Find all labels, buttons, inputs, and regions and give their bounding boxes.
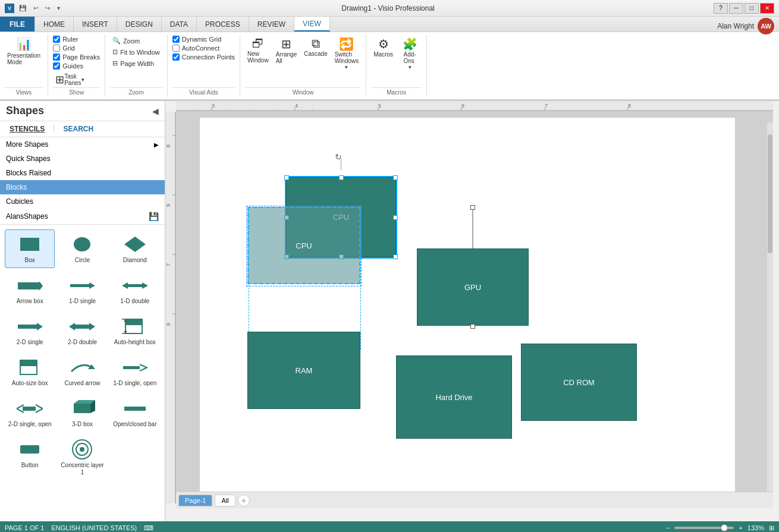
cubicles-section[interactable]: Cubicles	[0, 194, 165, 209]
shape-1d-double[interactable]: 1-D double	[110, 270, 160, 309]
dynamic-grid-checkbox[interactable]	[172, 36, 180, 43]
arrange-all-button[interactable]: ⊞ ArrangeAll	[274, 36, 300, 71]
rotate-handle[interactable]: ↻	[335, 152, 342, 162]
shape-diamond[interactable]: Diamond	[110, 229, 160, 268]
switch-windows-button[interactable]: 🔁 SwitchWindows ▾	[332, 36, 362, 71]
page-breaks-checkbox-row[interactable]: Page Breaks	[53, 53, 100, 61]
dynamic-grid-checkbox-row[interactable]: Dynamic Grid	[172, 36, 235, 43]
drawing-surface[interactable]: ↻ CPU CPU	[200, 118, 735, 498]
guides-checkbox[interactable]	[53, 62, 60, 70]
tab-insert[interactable]: INSERT	[74, 17, 117, 32]
shape-auto-size[interactable]: Auto-size box	[5, 352, 55, 391]
shape-curved-arrow[interactable]: Curved arrow	[57, 352, 107, 391]
svg-marker-11	[37, 323, 43, 330]
shape-box[interactable]: Box	[5, 229, 55, 268]
hard-drive-shape[interactable]: Hard Drive	[396, 355, 512, 439]
macros-button[interactable]: ⚙ Macros	[371, 36, 395, 71]
presentation-mode-button[interactable]: 📊 PresentationMode	[5, 36, 43, 87]
shape-1d-single[interactable]: 1-D single	[57, 270, 107, 309]
canvas-content[interactable]: ↻ CPU CPU	[176, 112, 773, 503]
window-controls[interactable]: ? ─ □ ✕	[714, 3, 774, 14]
undo-icon[interactable]: ↩	[31, 4, 40, 12]
handle-tl[interactable]	[284, 175, 289, 180]
keyboard-icon[interactable]: ⌨	[144, 524, 153, 532]
search-tab[interactable]: SEARCH	[59, 124, 97, 134]
tab-design[interactable]: DESIGN	[117, 17, 162, 32]
tab-data[interactable]: DATA	[162, 17, 197, 32]
zoom-out-button[interactable]: −	[666, 524, 670, 531]
macros-group-label: Macros	[371, 87, 422, 96]
add-ons-button[interactable]: 🧩 Add-Ons ▾	[398, 36, 422, 71]
handle-br[interactable]	[393, 254, 398, 259]
shape-concentric[interactable]: Concentric layer 1	[57, 435, 107, 480]
page-width-button[interactable]: ⊟ Page Width	[110, 58, 162, 68]
quick-save-icon[interactable]: 💾	[17, 4, 29, 12]
cpu-ghost-shape[interactable]: CPU	[247, 207, 360, 284]
blocks-section[interactable]: Blocks	[0, 180, 165, 194]
shape-circle[interactable]: Circle	[57, 229, 107, 268]
all-tab[interactable]: All	[215, 495, 235, 506]
shape-2d-single[interactable]: 2-D single	[5, 311, 55, 350]
fit-page-button[interactable]: ⊞	[769, 524, 774, 532]
cd-rom-shape[interactable]: CD ROM	[521, 344, 637, 421]
grid-checkbox[interactable]	[53, 45, 60, 52]
canvas-area[interactable]: 3 4 5 6 7 8	[165, 101, 779, 521]
zoom-slider[interactable]	[674, 527, 734, 529]
shape-open-closed-bar[interactable]: Open/closed bar	[110, 394, 160, 432]
shape-3d-box[interactable]: 3-D box	[57, 394, 107, 432]
connection-points-checkbox-row[interactable]: Connection Points	[172, 53, 235, 61]
handle-tm[interactable]	[339, 175, 344, 180]
handle-tr[interactable]	[393, 175, 398, 180]
redo-icon[interactable]: ↪	[43, 4, 52, 12]
page-info: PAGE 1 OF 1	[5, 524, 44, 532]
autoconnect-checkbox[interactable]	[172, 45, 180, 52]
ruler-checkbox-row[interactable]: Ruler	[53, 36, 100, 43]
close-button[interactable]: ✕	[760, 3, 774, 14]
zoom-slider-thumb[interactable]	[721, 524, 728, 531]
gpu-conn-top[interactable]	[470, 205, 475, 210]
guides-checkbox-row[interactable]: Guides	[53, 62, 100, 70]
new-window-button[interactable]: 🗗 NewWindow	[245, 36, 271, 71]
add-page-button[interactable]: +	[238, 495, 250, 506]
handle-mr[interactable]	[393, 215, 398, 220]
alans-shapes-section[interactable]: AlansShapes 💾	[0, 209, 165, 224]
cascade-button[interactable]: ⧉ Cascade	[301, 36, 329, 71]
vertical-scrollbar[interactable]	[767, 122, 773, 495]
connection-points-checkbox[interactable]	[172, 53, 180, 61]
shape-2d-double[interactable]: 2-D double	[57, 311, 107, 350]
stencils-tab[interactable]: STENCILS	[6, 124, 48, 134]
dropdown-arrow-icon[interactable]: ▾	[55, 4, 62, 12]
fit-to-window-button[interactable]: ⊡ Fit to Window	[110, 47, 162, 57]
tab-home[interactable]: HOME	[35, 17, 74, 32]
restore-button[interactable]: □	[745, 3, 759, 14]
quick-shapes-section[interactable]: Quick Shapes	[0, 152, 165, 166]
vscroll-thumb[interactable]	[768, 134, 772, 253]
tab-file[interactable]: FILE	[0, 17, 35, 32]
zoom-button[interactable]: 🔍 Zoom	[110, 36, 162, 46]
tab-view[interactable]: VIEW	[294, 17, 330, 32]
shape-2d-single-open[interactable]: 2-D single, open	[5, 394, 55, 432]
more-shapes-section[interactable]: More Shapes ▶	[0, 137, 165, 152]
shape-arrow-box[interactable]: Arrow box	[5, 270, 55, 309]
2d-single-open-label: 2-D single, open	[8, 421, 52, 428]
minimize-button[interactable]: ─	[729, 3, 743, 14]
autoconnect-checkbox-row[interactable]: AutoConnect	[172, 45, 235, 52]
gpu-shape[interactable]: GPU	[417, 248, 529, 326]
page-1-tab[interactable]: Page-1	[178, 495, 212, 506]
help-button[interactable]: ?	[714, 3, 728, 14]
grid-checkbox-row[interactable]: Grid	[53, 45, 100, 52]
task-panes-button[interactable]: ⊞ TaskPanes ▾	[53, 72, 86, 87]
user-avatar[interactable]: AW	[758, 18, 774, 34]
ruler-checkbox[interactable]	[53, 36, 60, 43]
page-breaks-checkbox[interactable]	[53, 53, 60, 61]
gpu-conn-bottom[interactable]	[470, 324, 475, 329]
shape-1d-single-open[interactable]: 1-D single, open	[110, 352, 160, 391]
shapes-collapse-button[interactable]: ◀	[152, 106, 159, 116]
zoom-in-button[interactable]: +	[739, 524, 742, 531]
shape-auto-height[interactable]: Auto-height box	[110, 311, 160, 350]
blocks-raised-section[interactable]: Blocks Raised	[0, 166, 165, 180]
shape-button[interactable]: Button	[5, 435, 55, 480]
tab-review[interactable]: REVIEW	[249, 17, 294, 32]
tab-process[interactable]: PROCESS	[197, 17, 249, 32]
ram-shape[interactable]: RAM	[247, 332, 360, 409]
